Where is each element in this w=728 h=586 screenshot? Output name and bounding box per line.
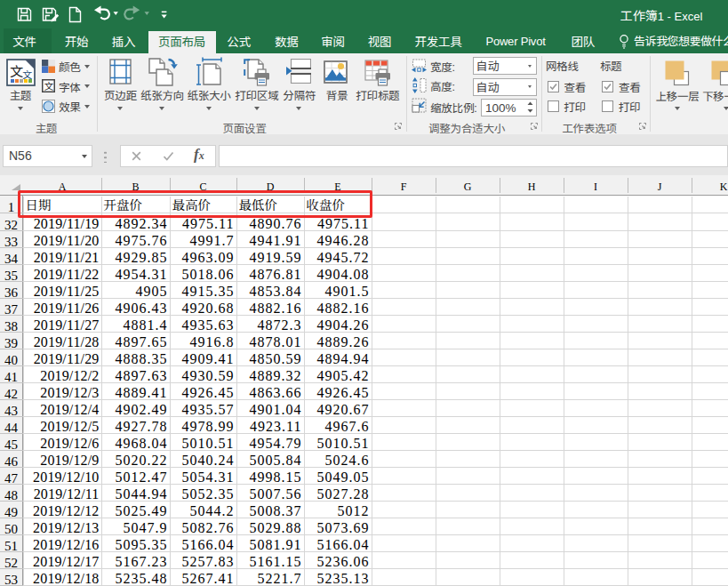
- svg-text:文: 文: [44, 79, 54, 92]
- svg-text:文: 文: [22, 67, 32, 81]
- svg-text:文: 文: [10, 61, 23, 80]
